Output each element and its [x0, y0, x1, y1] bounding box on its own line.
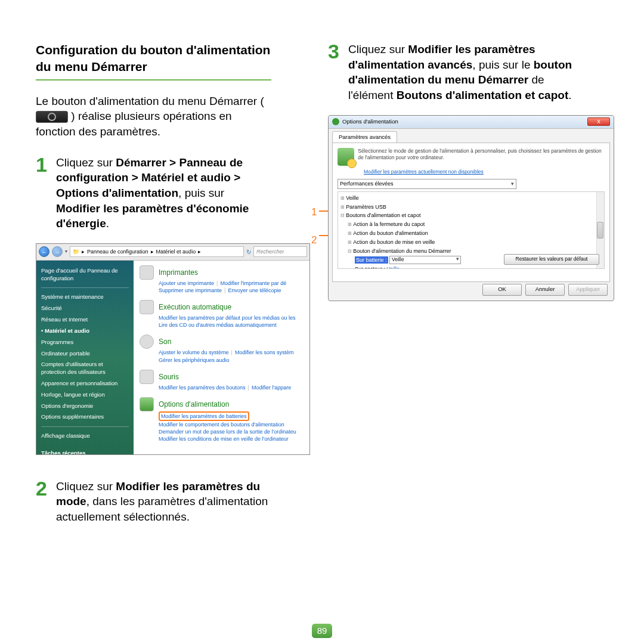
intro-paragraph: Le bouton d'alimentation du menu Démarre…	[36, 94, 271, 140]
tree-usb[interactable]: Paramètres USB	[340, 203, 602, 212]
unavailable-settings-link[interactable]: Modifier les paramètres actuellement non…	[364, 169, 605, 175]
dialog-title: Options d'alimentation	[342, 118, 398, 126]
page-number: 89	[312, 624, 332, 638]
tree-veille[interactable]: Veille	[340, 194, 602, 203]
dialog-description: Sélectionnez le mode de gestion de l'ali…	[358, 148, 605, 160]
link[interactable]: Modifier l'imprimante par dé	[220, 280, 286, 286]
power-plan-dropdown[interactable]: Performances élevées	[338, 179, 516, 189]
sidebar-item[interactable]: Sécurité	[41, 303, 129, 314]
link[interactable]: Modifier les sons systèm	[235, 349, 294, 355]
cancel-button[interactable]: Annuler	[525, 284, 565, 296]
settings-tree[interactable]: Veille Paramètres USB Boutons d'alimenta…	[338, 191, 605, 269]
folder-icon: 📁	[73, 248, 79, 255]
step-3: 3 Cliquez sur Modifier les paramètres d'…	[328, 42, 614, 103]
tree-on-ac[interactable]: Sur secteur : Veille	[340, 265, 602, 268]
cp-sidebar: Page d'accueil du Panneau de configurati…	[36, 261, 134, 454]
power-options-dialog: Options d'alimentation X Paramètres avan…	[328, 115, 614, 301]
step-3-text: Cliquez sur Modifier les paramètres d'al…	[348, 42, 587, 103]
power-button-icon	[36, 111, 68, 123]
link[interactable]: Modifier les conditions de mise en veill…	[159, 436, 289, 442]
step-number-2: 2	[36, 475, 47, 503]
tab-advanced[interactable]: Paramètres avancés	[332, 131, 397, 143]
on-battery-label: Sur batterie :	[355, 256, 388, 264]
cat-title[interactable]: Souris	[159, 372, 179, 382]
breadcrumb-a[interactable]: Panneau de configuration	[87, 248, 148, 255]
section-heading: Configuration du bouton d'alimentation d…	[36, 42, 271, 80]
link[interactable]: Modifier l'appare	[252, 385, 291, 391]
tree-lid[interactable]: Action à la fermeture du capot	[340, 220, 602, 229]
link[interactable]: Modifier les paramètres par défaut pour …	[159, 315, 296, 321]
back-button[interactable]: ←	[39, 246, 49, 257]
window-icon	[332, 118, 339, 125]
highlighted-link[interactable]: Modifier les paramètres de batteries	[159, 411, 249, 421]
link[interactable]: Envoyer une télécopie	[228, 287, 281, 293]
close-button[interactable]: X	[587, 117, 610, 126]
cat-title[interactable]: Imprimantes	[159, 268, 198, 277]
apply-button[interactable]: Appliquer	[568, 284, 608, 296]
breadcrumb-b[interactable]: Matériel et audio	[156, 248, 196, 255]
step-1-text: Cliquez sur Démarrer > Panneau de config…	[56, 155, 271, 231]
tree-buttons[interactable]: Boutons d'alimentation et capot	[340, 211, 602, 220]
cat-title[interactable]: Exécution automatique	[159, 302, 231, 312]
link[interactable]: Ajouter une imprimante	[159, 280, 214, 286]
sidebar-home[interactable]: Page d'accueil du Panneau de configurati…	[41, 265, 129, 284]
link[interactable]: Supprimer une imprimante	[159, 287, 222, 293]
on-ac-value[interactable]: Veille	[387, 266, 400, 268]
callout-1: 1	[311, 206, 317, 219]
sidebar-item[interactable]: Système et maintenance	[41, 292, 129, 303]
sidebar-recent: Tâches récentes	[41, 448, 129, 455]
step-2: 2 Cliquez sur Modifier les paramètres du…	[36, 479, 310, 525]
on-battery-dropdown[interactable]: Veille	[389, 256, 461, 264]
category-sound: Son Ajuster le volume du système|Modifie…	[140, 335, 304, 363]
sound-icon	[140, 335, 154, 349]
screenshot-dialog-wrap: 1 2 Options d'alimentation X Paramètres …	[328, 115, 614, 301]
breadcrumb[interactable]: 📁 ▸ Panneau de configuration ▸ Matériel …	[70, 246, 244, 257]
category-printers: Imprimantes Ajouter une imprimante|Modif…	[140, 265, 304, 294]
cat-title[interactable]: Son	[159, 337, 171, 346]
sidebar-item-active[interactable]: Matériel et audio	[41, 326, 129, 337]
address-bar: ← → ▾ 📁 ▸ Panneau de configuration ▸ Mat…	[36, 244, 309, 261]
sidebar-item[interactable]: Ordinateur portable	[41, 348, 129, 360]
sidebar-item[interactable]: Horloge, langue et région	[41, 389, 129, 401]
tree-pwrbtn[interactable]: Action du bouton d'alimentation	[340, 229, 602, 238]
tab-strip: Paramètres avancés	[329, 129, 614, 143]
category-power: Options d'alimentation Modifier les para…	[140, 397, 304, 443]
step-number-1: 1	[36, 151, 47, 179]
mouse-icon	[140, 370, 154, 384]
printer-icon	[140, 265, 154, 280]
sidebar-item[interactable]: Options d'ergonomie	[41, 401, 129, 412]
restore-defaults-button[interactable]: Restaurer les valeurs par défaut	[504, 254, 599, 265]
on-ac-label: Sur secteur :	[355, 266, 385, 268]
cat-title[interactable]: Options d'alimentation	[159, 400, 229, 409]
sidebar-item[interactable]: Programmes	[41, 337, 129, 348]
sidebar-item[interactable]: Réseau et Internet	[41, 314, 129, 326]
scrollbar-thumb[interactable]	[597, 222, 603, 239]
ok-button[interactable]: OK	[482, 284, 522, 296]
dialog-buttons: OK Annuler Appliquer	[482, 284, 608, 296]
tree-sleepbtn[interactable]: Action du bouton de mise en veille	[340, 238, 602, 247]
sidebar-item[interactable]: Options supplémentaires	[41, 411, 129, 423]
sidebar-item[interactable]: Apparence et personnalisation	[41, 378, 129, 389]
step-1: 1 Cliquez sur Démarrer > Panneau de conf…	[36, 155, 310, 231]
category-autorun: Exécution automatique Modifier les param…	[140, 300, 304, 329]
callout-numbers: 1 2	[311, 206, 317, 262]
link[interactable]: Gérer les périphériques audio	[159, 357, 230, 363]
step-2-text: Cliquez sur Modifier les paramètres du m…	[56, 479, 271, 525]
screenshot-control-panel: ← → ▾ 📁 ▸ Panneau de configuration ▸ Mat…	[36, 243, 310, 455]
link[interactable]: Lire des CD ou d'autres médias automatiq…	[159, 322, 277, 328]
refresh-icon[interactable]: ↻	[246, 248, 251, 256]
link[interactable]: Demander un mot de passe lors de la sort…	[159, 429, 296, 435]
autorun-icon	[140, 300, 154, 314]
dialog-titlebar: Options d'alimentation X	[329, 116, 614, 129]
callout-2: 2	[311, 234, 317, 247]
link[interactable]: Modifier les paramètres des boutons	[159, 385, 246, 391]
tab-content: Sélectionnez le mode de gestion de l'ali…	[332, 143, 610, 282]
cp-main: Imprimantes Ajouter une imprimante|Modif…	[134, 261, 309, 454]
forward-button[interactable]: →	[52, 246, 63, 257]
dropdown-icon[interactable]: ▾	[65, 249, 67, 255]
sidebar-classic[interactable]: Affichage classique	[41, 431, 129, 442]
search-input[interactable]: Rechercher	[253, 246, 307, 257]
link[interactable]: Modifier le comportement des boutons d'a…	[159, 422, 284, 428]
link[interactable]: Ajuster le volume du système	[159, 349, 229, 355]
sidebar-item[interactable]: Comptes d'utilisateurs et protection des…	[41, 359, 129, 378]
